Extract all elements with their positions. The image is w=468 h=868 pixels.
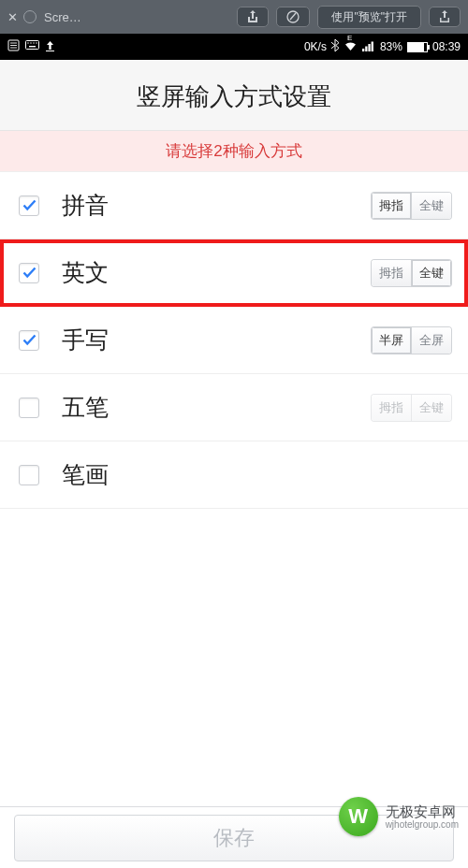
macos-browser-bar: ✕ Scre… 使用"预览"打开 bbox=[0, 0, 468, 34]
svg-rect-8 bbox=[362, 49, 364, 51]
keyboard-icon bbox=[25, 40, 39, 53]
layout-segmented-control[interactable]: 半屏全屏 bbox=[372, 327, 451, 354]
checkbox[interactable] bbox=[19, 330, 39, 351]
segment-option[interactable]: 全键 bbox=[411, 193, 451, 219]
svg-point-5 bbox=[33, 42, 34, 43]
watermark-logo-icon: W bbox=[339, 797, 378, 836]
segment-option[interactable]: 全屏 bbox=[411, 327, 451, 354]
phone-screen: 0K/s E 83% 08:39 竖屏输入方式设置 请选择2种输入方式 拼音拇指… bbox=[0, 34, 468, 868]
battery-percent: 83% bbox=[380, 40, 402, 53]
open-with-preview-button[interactable]: 使用"预览"打开 bbox=[317, 6, 421, 29]
bluetooth-icon bbox=[331, 39, 339, 54]
settings-icon bbox=[7, 39, 20, 54]
wifi-icon: E bbox=[344, 40, 358, 54]
layout-segmented-control[interactable]: 拇指全键 bbox=[372, 260, 451, 286]
reload-icon[interactable] bbox=[23, 10, 37, 23]
segment-option[interactable]: 半屏 bbox=[372, 327, 411, 354]
close-tab-icon[interactable]: ✕ bbox=[7, 10, 18, 24]
input-method-label: 英文 bbox=[62, 257, 372, 288]
battery-icon bbox=[407, 42, 428, 52]
segment-option[interactable]: 拇指 bbox=[372, 193, 411, 219]
watermark: W 无极安卓网 wjhotelgroup.com bbox=[339, 797, 459, 836]
warning-banner: 请选择2种输入方式 bbox=[0, 131, 468, 172]
watermark-brand: 无极安卓网 bbox=[386, 803, 459, 819]
svg-rect-2 bbox=[26, 41, 39, 50]
layout-segmented-control: 拇指全键 bbox=[372, 395, 451, 421]
segment-option[interactable]: 全键 bbox=[411, 260, 451, 286]
input-method-list: 拼音拇指全键英文拇指全键手写半屏全屏五笔拇指全键笔画 bbox=[0, 172, 468, 509]
input-method-row-3[interactable]: 五笔拇指全键 bbox=[0, 374, 468, 441]
android-status-bar: 0K/s E 83% 08:39 bbox=[0, 34, 468, 60]
segment-option: 全键 bbox=[411, 395, 451, 421]
svg-rect-11 bbox=[372, 41, 373, 51]
input-method-label: 手写 bbox=[62, 325, 372, 355]
page-title: 竖屏输入方式设置 bbox=[0, 60, 468, 131]
layout-segmented-control[interactable]: 拇指全键 bbox=[372, 193, 451, 219]
input-method-label: 五笔 bbox=[62, 392, 372, 423]
checkbox[interactable] bbox=[19, 465, 39, 485]
checkbox[interactable] bbox=[19, 263, 39, 283]
network-speed: 0K/s bbox=[304, 40, 327, 53]
clock: 08:39 bbox=[432, 40, 461, 53]
svg-point-3 bbox=[27, 42, 28, 43]
watermark-site: wjhotelgroup.com bbox=[386, 819, 459, 830]
svg-rect-10 bbox=[368, 44, 370, 51]
markup-button[interactable] bbox=[276, 7, 310, 27]
input-method-label: 笔画 bbox=[62, 459, 451, 490]
checkbox[interactable] bbox=[19, 195, 39, 216]
svg-rect-7 bbox=[29, 46, 36, 47]
upload-icon bbox=[45, 40, 55, 54]
input-method-row-0[interactable]: 拼音拇指全键 bbox=[0, 172, 468, 239]
segment-option[interactable]: 拇指 bbox=[372, 260, 411, 286]
segment-option: 拇指 bbox=[372, 395, 411, 421]
svg-point-6 bbox=[36, 42, 37, 43]
input-method-row-2[interactable]: 手写半屏全屏 bbox=[0, 307, 468, 374]
signal-icon bbox=[362, 40, 375, 54]
tab-title: Scre… bbox=[44, 10, 81, 24]
share-button[interactable] bbox=[237, 7, 269, 27]
svg-point-4 bbox=[30, 42, 31, 43]
svg-rect-9 bbox=[365, 46, 367, 51]
input-method-row-1[interactable]: 英文拇指全键 bbox=[0, 239, 468, 307]
checkbox[interactable] bbox=[19, 398, 39, 418]
input-method-row-4[interactable]: 笔画 bbox=[0, 441, 468, 509]
input-method-label: 拼音 bbox=[62, 190, 372, 221]
export-button[interactable] bbox=[429, 7, 461, 27]
